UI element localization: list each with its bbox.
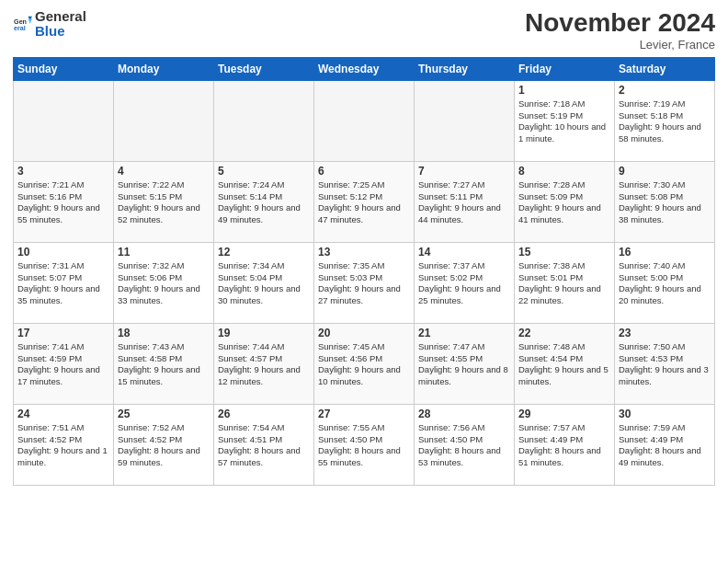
calendar-cell: 5Sunrise: 7:24 AMSunset: 5:14 PMDaylight… bbox=[214, 161, 314, 242]
calendar-week-3: 10Sunrise: 7:31 AMSunset: 5:07 PMDayligh… bbox=[14, 242, 715, 323]
day-number: 12 bbox=[218, 246, 310, 259]
calendar-cell: 29Sunrise: 7:57 AMSunset: 4:49 PMDayligh… bbox=[515, 404, 615, 485]
day-info: Sunrise: 7:50 AMSunset: 4:53 PMDaylight:… bbox=[619, 341, 711, 388]
day-number: 17 bbox=[17, 327, 109, 339]
calendar-table: Sunday Monday Tuesday Wednesday Thursday… bbox=[13, 57, 715, 486]
day-info: Sunrise: 7:44 AMSunset: 4:57 PMDaylight:… bbox=[218, 341, 310, 388]
day-info: Sunrise: 7:18 AMSunset: 5:19 PMDaylight:… bbox=[518, 98, 610, 145]
day-info: Sunrise: 7:51 AMSunset: 4:52 PMDaylight:… bbox=[17, 422, 109, 469]
day-info: Sunrise: 7:48 AMSunset: 4:54 PMDaylight:… bbox=[518, 341, 610, 388]
calendar-cell: 18Sunrise: 7:43 AMSunset: 4:58 PMDayligh… bbox=[114, 323, 214, 404]
day-number: 18 bbox=[118, 327, 210, 339]
weekday-header-row: Sunday Monday Tuesday Wednesday Thursday… bbox=[14, 57, 715, 80]
calendar-cell: 14Sunrise: 7:37 AMSunset: 5:02 PMDayligh… bbox=[415, 242, 515, 323]
page-container: Gen eral General Blue November 2024 Levi… bbox=[0, 0, 728, 493]
calendar-cell: 27Sunrise: 7:55 AMSunset: 4:50 PMDayligh… bbox=[314, 404, 415, 485]
calendar-cell: 30Sunrise: 7:59 AMSunset: 4:49 PMDayligh… bbox=[615, 404, 715, 485]
calendar-cell: 22Sunrise: 7:48 AMSunset: 4:54 PMDayligh… bbox=[515, 323, 615, 404]
day-number: 29 bbox=[518, 408, 610, 420]
header: Gen eral General Blue November 2024 Levi… bbox=[13, 9, 715, 52]
header-saturday: Saturday bbox=[615, 57, 715, 80]
day-number: 25 bbox=[118, 408, 210, 420]
day-info: Sunrise: 7:19 AMSunset: 5:18 PMDaylight:… bbox=[619, 98, 711, 145]
calendar-cell: 4Sunrise: 7:22 AMSunset: 5:15 PMDaylight… bbox=[114, 161, 214, 242]
calendar-cell: 1Sunrise: 7:18 AMSunset: 5:19 PMDaylight… bbox=[515, 80, 615, 161]
logo-text-blue: Blue bbox=[35, 23, 65, 39]
calendar-cell: 8Sunrise: 7:28 AMSunset: 5:09 PMDaylight… bbox=[515, 161, 615, 242]
day-number: 26 bbox=[218, 408, 310, 420]
calendar-cell: 7Sunrise: 7:27 AMSunset: 5:11 PMDaylight… bbox=[415, 161, 515, 242]
header-sunday: Sunday bbox=[14, 57, 114, 80]
calendar-cell: 19Sunrise: 7:44 AMSunset: 4:57 PMDayligh… bbox=[214, 323, 314, 404]
calendar-cell: 20Sunrise: 7:45 AMSunset: 4:56 PMDayligh… bbox=[314, 323, 415, 404]
header-friday: Friday bbox=[515, 57, 615, 80]
logo-text-general: General bbox=[35, 8, 86, 24]
calendar-cell: 17Sunrise: 7:41 AMSunset: 4:59 PMDayligh… bbox=[14, 323, 114, 404]
day-info: Sunrise: 7:38 AMSunset: 5:01 PMDaylight:… bbox=[518, 260, 610, 307]
calendar-cell: 23Sunrise: 7:50 AMSunset: 4:53 PMDayligh… bbox=[615, 323, 715, 404]
day-info: Sunrise: 7:55 AMSunset: 4:50 PMDaylight:… bbox=[318, 422, 410, 469]
calendar-week-4: 17Sunrise: 7:41 AMSunset: 4:59 PMDayligh… bbox=[14, 323, 715, 404]
month-year-title: November 2024 bbox=[525, 9, 715, 38]
day-number: 30 bbox=[619, 408, 711, 420]
day-number: 9 bbox=[619, 165, 711, 178]
day-info: Sunrise: 7:45 AMSunset: 4:56 PMDaylight:… bbox=[318, 341, 410, 388]
day-number: 24 bbox=[17, 408, 109, 420]
day-number: 14 bbox=[418, 246, 510, 259]
day-number: 11 bbox=[118, 246, 210, 259]
day-info: Sunrise: 7:52 AMSunset: 4:52 PMDaylight:… bbox=[118, 422, 210, 469]
day-number: 13 bbox=[318, 246, 410, 259]
calendar-week-2: 3Sunrise: 7:21 AMSunset: 5:16 PMDaylight… bbox=[14, 161, 715, 242]
calendar-cell: 16Sunrise: 7:40 AMSunset: 5:00 PMDayligh… bbox=[615, 242, 715, 323]
day-info: Sunrise: 7:47 AMSunset: 4:55 PMDaylight:… bbox=[418, 341, 510, 388]
day-info: Sunrise: 7:31 AMSunset: 5:07 PMDaylight:… bbox=[17, 260, 109, 307]
header-wednesday: Wednesday bbox=[314, 57, 415, 80]
calendar-cell: 2Sunrise: 7:19 AMSunset: 5:18 PMDaylight… bbox=[615, 80, 715, 161]
day-info: Sunrise: 7:37 AMSunset: 5:02 PMDaylight:… bbox=[418, 260, 510, 307]
calendar-cell: 26Sunrise: 7:54 AMSunset: 4:51 PMDayligh… bbox=[214, 404, 314, 485]
day-number: 27 bbox=[318, 408, 410, 420]
calendar-cell: 11Sunrise: 7:32 AMSunset: 5:06 PMDayligh… bbox=[114, 242, 214, 323]
calendar-cell bbox=[415, 80, 515, 161]
day-info: Sunrise: 7:56 AMSunset: 4:50 PMDaylight:… bbox=[418, 422, 510, 469]
calendar-cell bbox=[114, 80, 214, 161]
day-number: 1 bbox=[518, 84, 610, 97]
day-info: Sunrise: 7:22 AMSunset: 5:15 PMDaylight:… bbox=[118, 179, 210, 226]
calendar-cell: 9Sunrise: 7:30 AMSunset: 5:08 PMDaylight… bbox=[615, 161, 715, 242]
day-info: Sunrise: 7:54 AMSunset: 4:51 PMDaylight:… bbox=[218, 422, 310, 469]
svg-text:eral: eral bbox=[14, 25, 26, 32]
logo-icon: Gen eral bbox=[13, 14, 33, 34]
calendar-cell: 15Sunrise: 7:38 AMSunset: 5:01 PMDayligh… bbox=[515, 242, 615, 323]
calendar-cell bbox=[214, 80, 314, 161]
day-info: Sunrise: 7:32 AMSunset: 5:06 PMDaylight:… bbox=[118, 260, 210, 307]
day-number: 4 bbox=[118, 165, 210, 178]
day-number: 6 bbox=[318, 165, 410, 178]
calendar-week-5: 24Sunrise: 7:51 AMSunset: 4:52 PMDayligh… bbox=[14, 404, 715, 485]
calendar-cell: 25Sunrise: 7:52 AMSunset: 4:52 PMDayligh… bbox=[114, 404, 214, 485]
calendar-cell: 6Sunrise: 7:25 AMSunset: 5:12 PMDaylight… bbox=[314, 161, 415, 242]
location-text: Levier, France bbox=[525, 38, 715, 52]
day-info: Sunrise: 7:27 AMSunset: 5:11 PMDaylight:… bbox=[418, 179, 510, 226]
calendar-cell: 10Sunrise: 7:31 AMSunset: 5:07 PMDayligh… bbox=[14, 242, 114, 323]
day-number: 8 bbox=[518, 165, 610, 178]
day-info: Sunrise: 7:21 AMSunset: 5:16 PMDaylight:… bbox=[17, 179, 109, 226]
day-info: Sunrise: 7:30 AMSunset: 5:08 PMDaylight:… bbox=[619, 179, 711, 226]
day-info: Sunrise: 7:59 AMSunset: 4:49 PMDaylight:… bbox=[619, 422, 711, 469]
day-info: Sunrise: 7:25 AMSunset: 5:12 PMDaylight:… bbox=[318, 179, 410, 226]
day-number: 16 bbox=[619, 246, 711, 259]
day-number: 22 bbox=[518, 327, 610, 339]
calendar-cell: 12Sunrise: 7:34 AMSunset: 5:04 PMDayligh… bbox=[214, 242, 314, 323]
day-info: Sunrise: 7:40 AMSunset: 5:00 PMDaylight:… bbox=[619, 260, 711, 307]
day-info: Sunrise: 7:28 AMSunset: 5:09 PMDaylight:… bbox=[518, 179, 610, 226]
day-info: Sunrise: 7:34 AMSunset: 5:04 PMDaylight:… bbox=[218, 260, 310, 307]
calendar-cell: 28Sunrise: 7:56 AMSunset: 4:50 PMDayligh… bbox=[415, 404, 515, 485]
calendar-cell bbox=[314, 80, 415, 161]
day-number: 15 bbox=[518, 246, 610, 259]
day-number: 21 bbox=[418, 327, 510, 339]
day-number: 2 bbox=[619, 84, 711, 97]
day-info: Sunrise: 7:57 AMSunset: 4:49 PMDaylight:… bbox=[518, 422, 610, 469]
header-monday: Monday bbox=[114, 57, 214, 80]
day-number: 19 bbox=[218, 327, 310, 339]
svg-marker-3 bbox=[28, 19, 32, 25]
day-number: 10 bbox=[17, 246, 109, 259]
